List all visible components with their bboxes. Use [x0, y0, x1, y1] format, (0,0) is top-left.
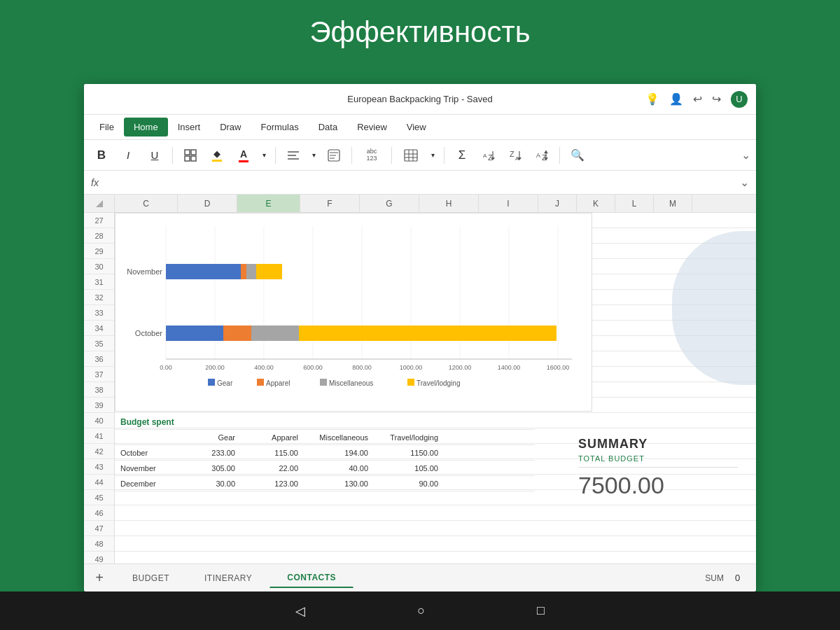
row-44[interactable]: 44 — [84, 475, 114, 490]
col-header-h[interactable]: H — [419, 195, 479, 212]
menu-draw[interactable]: Draw — [210, 118, 251, 136]
october-travel: 1150.00 — [374, 449, 444, 457]
font-color-arrow[interactable]: ▾ — [258, 144, 270, 167]
bold-button[interactable]: B — [90, 144, 113, 167]
borders-button[interactable] — [178, 144, 202, 167]
tab-itinerary[interactable]: ITINERARY — [187, 568, 270, 588]
row-numbers: 27 28 29 30 31 32 33 34 35 36 37 38 39 4… — [84, 213, 115, 564]
col-header-j[interactable]: J — [538, 195, 577, 212]
sort-az-button[interactable]: A Z — [477, 144, 500, 167]
october-label: October — [115, 449, 178, 457]
svg-text:A: A — [483, 153, 487, 159]
recent-button[interactable]: □ — [537, 603, 545, 618]
row-39[interactable]: 39 — [84, 398, 114, 413]
separator-4 — [391, 147, 392, 164]
number-format-button[interactable]: abc 123 — [358, 144, 386, 167]
person-icon[interactable]: 👤 — [669, 92, 683, 106]
december-travel: 90.00 — [374, 479, 444, 488]
table-row-october[interactable]: October 233.00 115.00 194.00 1150.00 — [115, 445, 535, 461]
row-41[interactable]: 41 — [84, 428, 114, 444]
svg-rect-44 — [166, 326, 223, 341]
col-header-m[interactable]: M — [654, 195, 692, 212]
row-42[interactable]: 42 — [84, 444, 114, 459]
tab-budget[interactable]: BUDGET — [115, 568, 187, 588]
svg-rect-3 — [191, 156, 196, 161]
account-icon[interactable]: U — [731, 91, 748, 108]
row-47[interactable]: 47 — [84, 521, 114, 536]
col-header-f[interactable]: F — [300, 195, 360, 212]
summary-divider — [578, 467, 738, 468]
menu-data[interactable]: Data — [309, 118, 347, 136]
col-header-g[interactable]: G — [360, 195, 419, 212]
row-29[interactable]: 29 — [84, 244, 114, 259]
align-button[interactable] — [281, 144, 305, 167]
add-sheet-button[interactable]: + — [90, 568, 109, 588]
search-button[interactable]: 🔍 — [566, 144, 589, 167]
toolbar-collapse[interactable]: ⌄ — [741, 148, 750, 162]
home-button[interactable]: ○ — [417, 603, 425, 618]
row-37[interactable]: 37 — [84, 367, 114, 382]
row-30[interactable]: 30 — [84, 259, 114, 274]
row-46[interactable]: 46 — [84, 505, 114, 521]
formula-expand[interactable]: ⌄ — [740, 176, 749, 189]
col-header-i[interactable]: I — [479, 195, 538, 212]
title-bar: European Backpacking Trip - Saved 💡 👤 ↩ … — [84, 84, 756, 115]
italic-button[interactable]: I — [116, 144, 140, 167]
svg-text:Travel/lodging: Travel/lodging — [416, 379, 460, 387]
row-28[interactable]: 28 — [84, 228, 114, 244]
menu-bar: File Home Insert Draw Formulas Data Revi… — [84, 115, 756, 140]
menu-formulas[interactable]: Formulas — [251, 118, 309, 136]
fill-color-button[interactable]: ◆ — [205, 144, 229, 167]
col-header-k[interactable]: K — [577, 195, 615, 212]
svg-rect-60 — [208, 379, 215, 386]
row-33[interactable]: 33 — [84, 305, 114, 321]
align-arrow[interactable]: ▾ — [308, 144, 319, 167]
filter-button[interactable]: A Z — [530, 144, 554, 167]
row-40[interactable]: 40 — [84, 413, 114, 428]
row-32[interactable]: 32 — [84, 290, 114, 305]
sort-za-button[interactable]: Z A — [503, 144, 527, 167]
svg-text:A: A — [536, 152, 540, 159]
row-35[interactable]: 35 — [84, 336, 114, 351]
menu-review[interactable]: Review — [347, 118, 397, 136]
undo-icon[interactable]: ↩ — [693, 92, 702, 106]
row-34[interactable]: 34 — [84, 321, 114, 336]
row-48[interactable]: 48 — [84, 536, 114, 552]
december-misc: 130.00 — [304, 479, 374, 488]
menu-insert[interactable]: Insert — [168, 118, 211, 136]
row-45[interactable]: 45 — [84, 490, 114, 505]
font-color-button[interactable]: A — [232, 144, 255, 167]
col-header-l[interactable]: L — [615, 195, 654, 212]
row-38[interactable]: 38 — [84, 382, 114, 398]
table-row-november[interactable]: November 305.00 22.00 40.00 105.00 — [115, 461, 535, 476]
col-header-d[interactable]: D — [178, 195, 237, 212]
col-header-e[interactable]: E — [237, 195, 300, 212]
svg-rect-40 — [166, 264, 241, 279]
svg-text:400.00: 400.00 — [254, 364, 274, 371]
tab-contacts[interactable]: CONTACTS — [270, 568, 354, 588]
row-49[interactable]: 49 — [84, 552, 114, 564]
sum-button[interactable]: Σ — [450, 144, 474, 167]
row-43[interactable]: 43 — [84, 459, 114, 475]
menu-view[interactable]: View — [397, 118, 436, 136]
menu-home[interactable]: Home — [124, 118, 168, 136]
table-arrow[interactable]: ▾ — [427, 144, 438, 167]
wrap-button[interactable] — [322, 144, 346, 167]
separator-5 — [444, 147, 444, 164]
table-row-december[interactable]: December 30.00 123.00 130.00 90.00 — [115, 476, 535, 491]
back-button[interactable]: ◁ — [295, 603, 305, 619]
svg-rect-42 — [246, 264, 256, 279]
underline-button[interactable]: U — [143, 144, 167, 167]
row-36[interactable]: 36 — [84, 351, 114, 367]
row-27[interactable]: 27 — [84, 213, 114, 228]
svg-marker-29 — [96, 200, 103, 207]
svg-text:600.00: 600.00 — [303, 364, 323, 371]
col-header-c[interactable]: C — [115, 195, 178, 212]
redo-icon[interactable]: ↪ — [712, 92, 721, 106]
separator-2 — [275, 147, 276, 164]
menu-file[interactable]: File — [90, 118, 124, 136]
row-col-corner — [84, 195, 115, 212]
row-31[interactable]: 31 — [84, 274, 114, 290]
lightbulb-icon[interactable]: 💡 — [645, 92, 659, 106]
table-button[interactable] — [398, 144, 424, 167]
